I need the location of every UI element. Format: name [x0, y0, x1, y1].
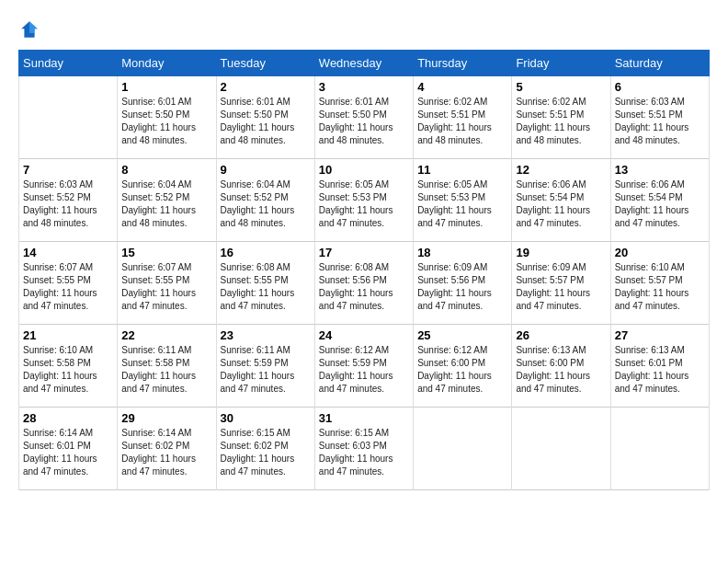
- day-of-week-header: Wednesday: [314, 51, 413, 76]
- day-info: Sunrise: 6:02 AM Sunset: 5:51 PM Dayligh…: [417, 96, 507, 147]
- day-number: 18: [417, 246, 507, 259]
- day-info: Sunrise: 6:03 AM Sunset: 5:52 PM Dayligh…: [23, 178, 113, 230]
- day-number: 8: [121, 163, 211, 177]
- calendar-day-cell: 28Sunrise: 6:14 AM Sunset: 6:01 PM Dayli…: [19, 408, 118, 490]
- day-info: Sunrise: 6:15 AM Sunset: 6:03 PM Dayligh…: [319, 427, 409, 478]
- day-of-week-header: Thursday: [414, 51, 512, 76]
- day-number: 23: [221, 328, 311, 342]
- day-number: 29: [121, 411, 211, 425]
- calendar-day-cell: 5Sunrise: 6:02 AM Sunset: 5:51 PM Daylig…: [512, 76, 610, 159]
- day-number: 1: [121, 80, 211, 94]
- day-info: Sunrise: 6:01 AM Sunset: 5:50 PM Dayligh…: [221, 96, 311, 147]
- calendar-day-cell: [512, 408, 610, 490]
- svg-marker-1: [29, 21, 38, 33]
- day-number: 25: [417, 328, 507, 342]
- day-number: 30: [221, 411, 311, 425]
- calendar-day-cell: [19, 76, 118, 159]
- calendar-day-cell: 8Sunrise: 6:04 AM Sunset: 5:52 PM Daylig…: [118, 159, 216, 242]
- day-info: Sunrise: 6:02 AM Sunset: 5:51 PM Dayligh…: [516, 96, 606, 147]
- day-of-week-header: Saturday: [610, 51, 709, 76]
- day-info: Sunrise: 6:05 AM Sunset: 5:53 PM Dayligh…: [417, 178, 507, 230]
- day-number: 28: [23, 411, 113, 425]
- calendar-week-row: 28Sunrise: 6:14 AM Sunset: 6:01 PM Dayli…: [19, 408, 710, 490]
- calendar-day-cell: 12Sunrise: 6:06 AM Sunset: 5:54 PM Dayli…: [512, 159, 610, 242]
- calendar-header: SundayMondayTuesdayWednesdayThursdayFrid…: [19, 51, 710, 76]
- day-number: 24: [319, 328, 409, 342]
- day-number: 6: [615, 80, 705, 94]
- day-of-week-header: Tuesday: [216, 51, 314, 76]
- calendar-day-cell: 13Sunrise: 6:06 AM Sunset: 5:54 PM Dayli…: [610, 159, 709, 242]
- day-info: Sunrise: 6:15 AM Sunset: 6:02 PM Dayligh…: [221, 427, 311, 478]
- day-number: 26: [516, 328, 606, 342]
- day-info: Sunrise: 6:04 AM Sunset: 5:52 PM Dayligh…: [221, 178, 311, 230]
- day-number: 12: [516, 163, 606, 177]
- days-of-week-row: SundayMondayTuesdayWednesdayThursdayFrid…: [19, 51, 710, 76]
- day-info: Sunrise: 6:07 AM Sunset: 5:55 PM Dayligh…: [23, 261, 113, 313]
- calendar-day-cell: 24Sunrise: 6:12 AM Sunset: 5:59 PM Dayli…: [314, 325, 413, 408]
- day-number: 2: [221, 80, 311, 94]
- calendar-body: 1Sunrise: 6:01 AM Sunset: 5:50 PM Daylig…: [19, 76, 710, 490]
- calendar-day-cell: 27Sunrise: 6:13 AM Sunset: 6:01 PM Dayli…: [610, 325, 709, 408]
- calendar-day-cell: 18Sunrise: 6:09 AM Sunset: 5:56 PM Dayli…: [414, 242, 512, 325]
- calendar-day-cell: 23Sunrise: 6:11 AM Sunset: 5:59 PM Dayli…: [216, 325, 314, 408]
- day-number: 17: [319, 246, 409, 259]
- calendar-day-cell: 2Sunrise: 6:01 AM Sunset: 5:50 PM Daylig…: [216, 76, 314, 159]
- day-info: Sunrise: 6:14 AM Sunset: 6:01 PM Dayligh…: [23, 427, 113, 478]
- calendar-day-cell: 14Sunrise: 6:07 AM Sunset: 5:55 PM Dayli…: [19, 242, 118, 325]
- day-number: 9: [221, 163, 311, 177]
- day-info: Sunrise: 6:10 AM Sunset: 5:58 PM Dayligh…: [23, 344, 113, 396]
- calendar-day-cell: 10Sunrise: 6:05 AM Sunset: 5:53 PM Dayli…: [314, 159, 413, 242]
- day-info: Sunrise: 6:07 AM Sunset: 5:55 PM Dayligh…: [121, 261, 211, 313]
- day-info: Sunrise: 6:14 AM Sunset: 6:02 PM Dayligh…: [121, 427, 211, 478]
- day-number: 11: [417, 163, 507, 177]
- calendar-day-cell: 17Sunrise: 6:08 AM Sunset: 5:56 PM Dayli…: [314, 242, 413, 325]
- calendar-day-cell: [414, 408, 512, 490]
- calendar-week-row: 1Sunrise: 6:01 AM Sunset: 5:50 PM Daylig…: [19, 76, 710, 159]
- logo: [18, 18, 44, 40]
- calendar-day-cell: 15Sunrise: 6:07 AM Sunset: 5:55 PM Dayli…: [118, 242, 216, 325]
- day-info: Sunrise: 6:13 AM Sunset: 6:01 PM Dayligh…: [615, 344, 705, 396]
- calendar-day-cell: 9Sunrise: 6:04 AM Sunset: 5:52 PM Daylig…: [216, 159, 314, 242]
- day-number: 4: [417, 80, 507, 94]
- day-number: 7: [23, 163, 113, 177]
- calendar-day-cell: [610, 408, 709, 490]
- day-number: 21: [23, 328, 113, 342]
- calendar-day-cell: 3Sunrise: 6:01 AM Sunset: 5:50 PM Daylig…: [314, 76, 413, 159]
- day-info: Sunrise: 6:01 AM Sunset: 5:50 PM Dayligh…: [319, 96, 409, 147]
- calendar-day-cell: 11Sunrise: 6:05 AM Sunset: 5:53 PM Dayli…: [414, 159, 512, 242]
- calendar-day-cell: 4Sunrise: 6:02 AM Sunset: 5:51 PM Daylig…: [414, 76, 512, 159]
- calendar-day-cell: 6Sunrise: 6:03 AM Sunset: 5:51 PM Daylig…: [610, 76, 709, 159]
- day-info: Sunrise: 6:03 AM Sunset: 5:51 PM Dayligh…: [615, 96, 705, 147]
- day-number: 10: [319, 163, 409, 177]
- day-info: Sunrise: 6:08 AM Sunset: 5:55 PM Dayligh…: [221, 261, 311, 313]
- calendar-day-cell: 26Sunrise: 6:13 AM Sunset: 6:00 PM Dayli…: [512, 325, 610, 408]
- day-info: Sunrise: 6:13 AM Sunset: 6:00 PM Dayligh…: [516, 344, 606, 396]
- calendar-week-row: 21Sunrise: 6:10 AM Sunset: 5:58 PM Dayli…: [19, 325, 710, 408]
- day-info: Sunrise: 6:08 AM Sunset: 5:56 PM Dayligh…: [319, 261, 409, 313]
- day-number: 19: [516, 246, 606, 259]
- day-number: 5: [516, 80, 606, 94]
- day-of-week-header: Friday: [512, 51, 610, 76]
- day-info: Sunrise: 6:01 AM Sunset: 5:50 PM Dayligh…: [121, 96, 211, 147]
- calendar-day-cell: 16Sunrise: 6:08 AM Sunset: 5:55 PM Dayli…: [216, 242, 314, 325]
- calendar-week-row: 14Sunrise: 6:07 AM Sunset: 5:55 PM Dayli…: [19, 242, 710, 325]
- calendar-table: SundayMondayTuesdayWednesdayThursdayFrid…: [18, 50, 710, 490]
- day-info: Sunrise: 6:09 AM Sunset: 5:57 PM Dayligh…: [516, 261, 606, 313]
- day-info: Sunrise: 6:04 AM Sunset: 5:52 PM Dayligh…: [121, 178, 211, 230]
- day-info: Sunrise: 6:06 AM Sunset: 5:54 PM Dayligh…: [516, 178, 606, 230]
- day-info: Sunrise: 6:10 AM Sunset: 5:57 PM Dayligh…: [615, 261, 705, 313]
- day-number: 13: [615, 163, 705, 177]
- calendar-day-cell: 19Sunrise: 6:09 AM Sunset: 5:57 PM Dayli…: [512, 242, 610, 325]
- logo-icon: [18, 18, 40, 40]
- day-number: 22: [121, 328, 211, 342]
- calendar-day-cell: 31Sunrise: 6:15 AM Sunset: 6:03 PM Dayli…: [314, 408, 413, 490]
- day-number: 20: [615, 246, 705, 259]
- day-number: 31: [319, 411, 409, 425]
- day-number: 3: [319, 80, 409, 94]
- calendar-week-row: 7Sunrise: 6:03 AM Sunset: 5:52 PM Daylig…: [19, 159, 710, 242]
- calendar-day-cell: 7Sunrise: 6:03 AM Sunset: 5:52 PM Daylig…: [19, 159, 118, 242]
- page-header: [18, 18, 710, 40]
- calendar-day-cell: 25Sunrise: 6:12 AM Sunset: 6:00 PM Dayli…: [414, 325, 512, 408]
- day-number: 15: [121, 246, 211, 259]
- day-info: Sunrise: 6:05 AM Sunset: 5:53 PM Dayligh…: [319, 178, 409, 230]
